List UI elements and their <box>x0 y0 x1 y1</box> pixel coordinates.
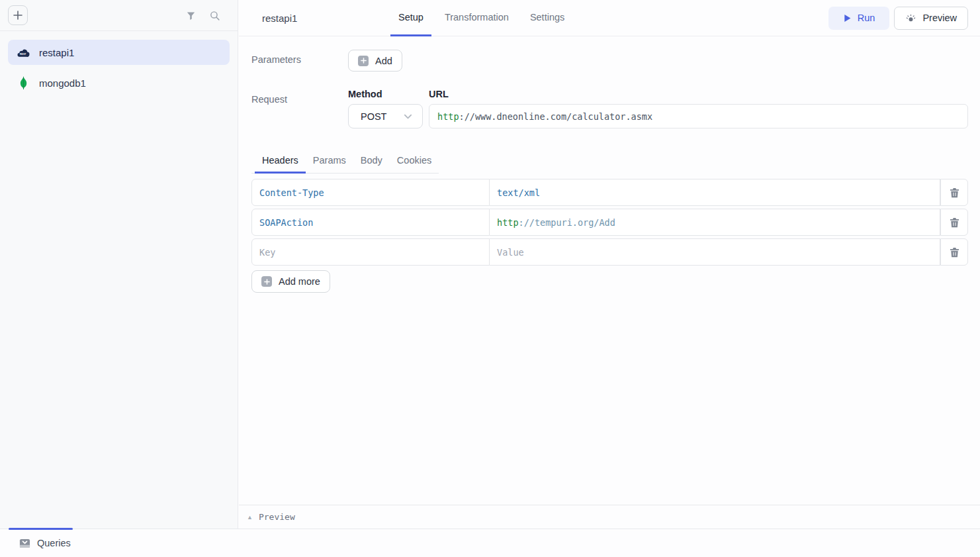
setup-form: Parameters Add Request Method POST <box>239 36 980 293</box>
request-label: Request <box>251 89 348 128</box>
svg-text:REST: REST <box>20 53 26 56</box>
play-icon <box>843 14 852 23</box>
preview-button[interactable]: Preview <box>894 7 968 30</box>
tab-setup[interactable]: Setup <box>390 0 431 36</box>
url-label: URL <box>429 89 968 99</box>
request-tabs: Headers Params Body Cookies <box>251 150 439 174</box>
main-panel: restapi1 Setup Transformation Settings R… <box>239 0 980 529</box>
method-field: Method POST <box>348 89 423 128</box>
tab-params[interactable]: Params <box>306 150 353 174</box>
sidebar-item-label: mongodb1 <box>39 77 86 89</box>
trash-icon <box>950 247 959 258</box>
header-row-empty <box>251 238 968 266</box>
bottom-tab-queries[interactable]: Queries <box>19 529 71 557</box>
preview-drawer-toggle[interactable]: ▲ Preview <box>239 505 980 529</box>
search-icon <box>209 10 220 21</box>
main-header: restapi1 Setup Transformation Settings R… <box>239 0 980 36</box>
mongodb-leaf-icon <box>17 76 30 89</box>
url-rest: ://www.dneonline.com/calculator.asmx <box>459 111 653 122</box>
header-key-field[interactable]: SOAPAction <box>251 209 490 236</box>
parameters-row: Parameters Add <box>251 50 968 72</box>
header-value-field[interactable]: text/xml <box>490 179 940 206</box>
header-value-field <box>490 238 940 266</box>
url-field: URL http://www.dneonline.com/calculator.… <box>429 89 968 128</box>
method-select[interactable]: POST <box>348 104 423 128</box>
chevron-down-icon <box>403 111 413 121</box>
header-key-field <box>251 238 490 266</box>
tab-body[interactable]: Body <box>353 150 390 174</box>
url-protocol: http <box>437 111 459 122</box>
collapse-up-icon: ▲ <box>247 514 253 521</box>
query-list: REST restapi1 mongodb1 <box>0 31 238 104</box>
method-value: POST <box>361 111 386 122</box>
header-tabs: Setup Transformation Settings <box>390 0 572 36</box>
rest-api-cloud-icon: REST <box>17 47 30 58</box>
delete-row-button[interactable] <box>940 238 968 266</box>
eye-icon <box>905 13 916 24</box>
filter-icon <box>185 10 197 21</box>
request-row: Request Method POST URL http://www.dneon… <box>251 89 968 128</box>
sidebar: REST restapi1 mongodb1 <box>0 0 238 529</box>
bottom-tab-label: Queries <box>37 538 71 548</box>
parameters-label: Parameters <box>251 50 348 72</box>
header-key-field[interactable]: Content-Type <box>251 179 490 206</box>
query-title: restapi1 <box>262 13 367 24</box>
tab-settings[interactable]: Settings <box>522 0 572 36</box>
add-more-button[interactable]: Add more <box>251 270 330 293</box>
header-value-field[interactable]: http://tempuri.org/Add <box>490 209 940 236</box>
sidebar-item-mongodb1[interactable]: mongodb1 <box>8 70 230 95</box>
sidebar-item-label: restapi1 <box>39 47 74 58</box>
run-button[interactable]: Run <box>828 7 890 30</box>
plus-icon <box>358 56 369 66</box>
delete-row-button[interactable] <box>940 179 968 206</box>
method-label: Method <box>348 89 423 99</box>
key-input[interactable] <box>259 247 482 258</box>
app-window: { "colors": { "accent_blue": "#4c62e0", … <box>0 0 980 557</box>
value-input[interactable] <box>497 247 932 258</box>
sidebar-toolbar <box>0 0 238 31</box>
delete-row-button[interactable] <box>940 209 968 236</box>
sidebar-item-restapi1[interactable]: REST restapi1 <box>8 40 230 65</box>
add-parameter-button[interactable]: Add <box>348 50 402 72</box>
tab-headers[interactable]: Headers <box>255 150 306 174</box>
header-row-2: SOAPAction http://tempuri.org/Add <box>251 209 968 236</box>
plus-icon <box>261 276 272 287</box>
header-actions: Run Preview <box>828 7 968 30</box>
url-input[interactable]: http://www.dneonline.com/calculator.asmx <box>429 104 968 128</box>
queries-icon <box>19 538 30 549</box>
preview-drawer-label: Preview <box>259 512 295 522</box>
search-button[interactable] <box>206 7 223 24</box>
tab-cookies[interactable]: Cookies <box>390 150 439 174</box>
trash-icon <box>950 217 959 228</box>
bottom-bar: Queries <box>0 529 980 557</box>
filter-button[interactable] <box>182 7 199 24</box>
headers-table: Content-Type text/xml SOAPAction http://… <box>251 179 968 266</box>
trash-icon <box>950 187 959 198</box>
tab-transformation[interactable]: Transformation <box>437 0 517 36</box>
create-new-button[interactable] <box>8 5 28 25</box>
header-row-1: Content-Type text/xml <box>251 179 968 206</box>
plus-icon <box>13 11 22 20</box>
